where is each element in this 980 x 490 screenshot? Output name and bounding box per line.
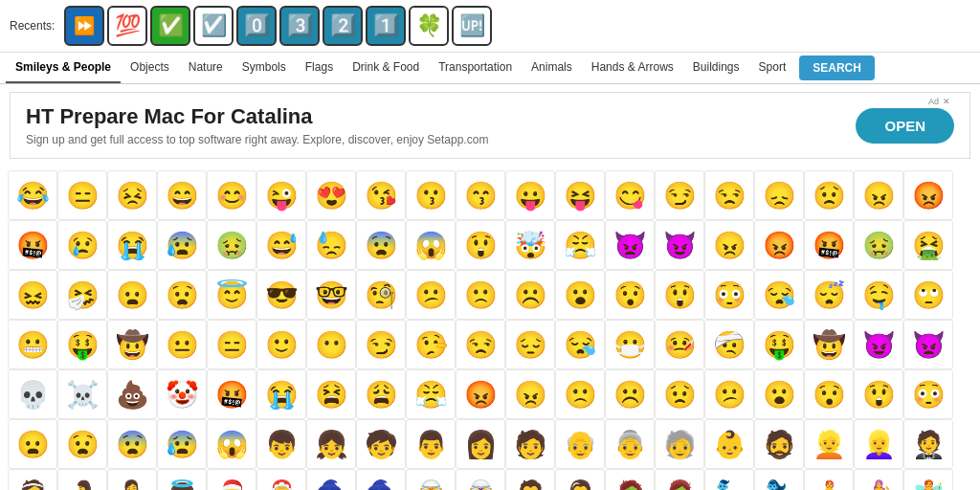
emoji-cell[interactable]: 😲 xyxy=(456,220,505,270)
emoji-cell[interactable]: 😊 xyxy=(207,170,256,220)
emoji-cell[interactable]: 🧔 xyxy=(754,419,804,469)
emoji-cell[interactable]: 🙄 xyxy=(903,270,953,320)
emoji-cell[interactable]: 👵 xyxy=(605,419,655,469)
emoji-cell[interactable]: 🤡 xyxy=(157,369,207,419)
category-item-flags[interactable]: Flags xyxy=(296,53,343,83)
emoji-cell[interactable]: 🧙‍♀️ xyxy=(356,469,406,490)
emoji-cell[interactable]: 💩 xyxy=(107,369,157,419)
emoji-cell[interactable]: 👧 xyxy=(306,419,356,469)
recent-emoji-item[interactable]: 💯 xyxy=(107,6,147,46)
emoji-cell[interactable]: 😜 xyxy=(256,170,306,220)
emoji-cell[interactable]: 😡 xyxy=(456,369,505,419)
emoji-cell[interactable]: 🧓 xyxy=(655,419,704,469)
emoji-cell[interactable]: 😏 xyxy=(356,320,406,369)
emoji-cell[interactable]: 🧑 xyxy=(505,419,555,469)
emoji-cell[interactable]: 😈 xyxy=(854,320,903,369)
emoji-cell[interactable]: 😪 xyxy=(754,270,804,320)
emoji-cell[interactable]: 😂 xyxy=(8,170,57,220)
emoji-cell[interactable]: 🙁 xyxy=(456,270,505,320)
emoji-cell[interactable]: 😖 xyxy=(8,270,57,320)
emoji-cell[interactable]: 😶 xyxy=(306,320,356,369)
emoji-cell[interactable]: 😭 xyxy=(107,220,157,270)
emoji-cell[interactable]: 😠 xyxy=(704,220,754,270)
emoji-cell[interactable]: 😦 xyxy=(8,419,57,469)
emoji-cell[interactable]: 🧚 xyxy=(903,469,953,490)
emoji-cell[interactable]: 😍 xyxy=(306,170,356,220)
emoji-cell[interactable]: 😪 xyxy=(555,320,605,369)
emoji-cell[interactable]: 🧟 xyxy=(605,469,655,490)
emoji-cell[interactable]: 😷 xyxy=(605,320,655,369)
emoji-cell[interactable]: 👶 xyxy=(704,419,754,469)
emoji-cell[interactable]: 😧 xyxy=(57,419,107,469)
emoji-cell[interactable]: 😐 xyxy=(157,320,207,369)
emoji-cell[interactable]: 😨 xyxy=(107,419,157,469)
emoji-cell[interactable]: 😬 xyxy=(8,320,57,369)
emoji-cell[interactable]: 😤 xyxy=(555,220,605,270)
emoji-cell[interactable]: 🤒 xyxy=(655,320,704,369)
emoji-cell[interactable]: 🙁 xyxy=(555,369,605,419)
emoji-cell[interactable]: 😰 xyxy=(157,419,207,469)
emoji-cell[interactable]: 👱‍♀️ xyxy=(854,419,903,469)
emoji-cell[interactable]: 🎅 xyxy=(207,469,256,490)
emoji-cell[interactable]: 😳 xyxy=(903,369,953,419)
emoji-cell[interactable]: 🙂 xyxy=(256,320,306,369)
emoji-cell[interactable]: 😞 xyxy=(754,170,804,220)
emoji-cell[interactable]: 👨 xyxy=(406,419,456,469)
emoji-cell[interactable]: 😠 xyxy=(505,369,555,419)
emoji-cell[interactable]: ☹️ xyxy=(605,369,655,419)
emoji-cell[interactable]: 😛 xyxy=(505,170,555,220)
emoji-cell[interactable]: 😟 xyxy=(655,369,704,419)
emoji-cell[interactable]: 🤥 xyxy=(406,320,456,369)
emoji-cell[interactable]: 😗 xyxy=(406,170,456,220)
emoji-cell[interactable]: 😲 xyxy=(655,270,704,320)
emoji-cell[interactable]: 🤮 xyxy=(903,220,953,270)
emoji-cell[interactable]: 🤑 xyxy=(754,320,804,369)
emoji-cell[interactable]: 😔 xyxy=(505,320,555,369)
emoji-cell[interactable]: 😑 xyxy=(57,170,107,220)
emoji-cell[interactable]: 😋 xyxy=(605,170,655,220)
emoji-cell[interactable]: 🤶 xyxy=(256,469,306,490)
emoji-cell[interactable]: 👿 xyxy=(903,320,953,369)
emoji-cell[interactable]: 😱 xyxy=(406,220,456,270)
emoji-cell[interactable]: 🤬 xyxy=(8,220,57,270)
emoji-cell[interactable]: 😱 xyxy=(207,419,256,469)
emoji-cell[interactable]: 🤧 xyxy=(57,270,107,320)
emoji-cell[interactable]: 🤱 xyxy=(107,469,157,490)
emoji-cell[interactable]: 😤 xyxy=(406,369,456,419)
emoji-cell[interactable]: 😒 xyxy=(456,320,505,369)
emoji-cell[interactable]: 🧟‍♀️ xyxy=(655,469,704,490)
emoji-cell[interactable]: 😮 xyxy=(754,369,804,419)
ad-close-icon[interactable]: ✕ xyxy=(943,97,950,106)
emoji-cell[interactable]: 😒 xyxy=(704,170,754,220)
category-item-hands--arrows[interactable]: Hands & Arrows xyxy=(582,53,683,83)
emoji-cell[interactable]: 😅 xyxy=(256,220,306,270)
emoji-cell[interactable]: 🧙 xyxy=(306,469,356,490)
emoji-cell[interactable]: 👩 xyxy=(456,419,505,469)
emoji-cell[interactable]: 😴 xyxy=(804,270,854,320)
recent-emoji-item[interactable]: 2️⃣ xyxy=(323,6,363,46)
recent-emoji-item[interactable]: 1️⃣ xyxy=(366,6,406,46)
emoji-cell[interactable]: 😄 xyxy=(157,170,207,220)
emoji-cell[interactable]: 😘 xyxy=(356,170,406,220)
emoji-cell[interactable]: 🧜 xyxy=(804,469,854,490)
emoji-cell[interactable]: 🤢 xyxy=(207,220,256,270)
emoji-cell[interactable]: 😏 xyxy=(655,170,704,220)
emoji-cell[interactable]: ☹️ xyxy=(505,270,555,320)
emoji-cell[interactable]: 🤤 xyxy=(854,270,903,320)
emoji-cell[interactable]: 🧜‍♀️ xyxy=(854,469,903,490)
emoji-cell[interactable]: 😟 xyxy=(804,170,854,220)
emoji-cell[interactable]: 🤠 xyxy=(804,320,854,369)
emoji-cell[interactable]: 👿 xyxy=(605,220,655,270)
emoji-cell[interactable]: 🤬 xyxy=(804,220,854,270)
emoji-cell[interactable]: 👱 xyxy=(804,419,854,469)
emoji-cell[interactable]: 😳 xyxy=(704,270,754,320)
emoji-cell[interactable]: 😩 xyxy=(356,369,406,419)
emoji-cell[interactable]: 👰 xyxy=(8,469,57,490)
category-item-drink--food[interactable]: Drink & Food xyxy=(343,53,429,83)
category-item-buildings[interactable]: Buildings xyxy=(683,53,749,83)
emoji-cell[interactable]: 😠 xyxy=(854,170,903,220)
category-item-transportation[interactable]: Transportation xyxy=(429,53,522,83)
recent-emoji-item[interactable]: 🆙 xyxy=(452,6,492,46)
emoji-cell[interactable]: 🧝‍♀️ xyxy=(456,469,505,490)
emoji-cell[interactable]: 🧛‍♀️ xyxy=(555,469,605,490)
